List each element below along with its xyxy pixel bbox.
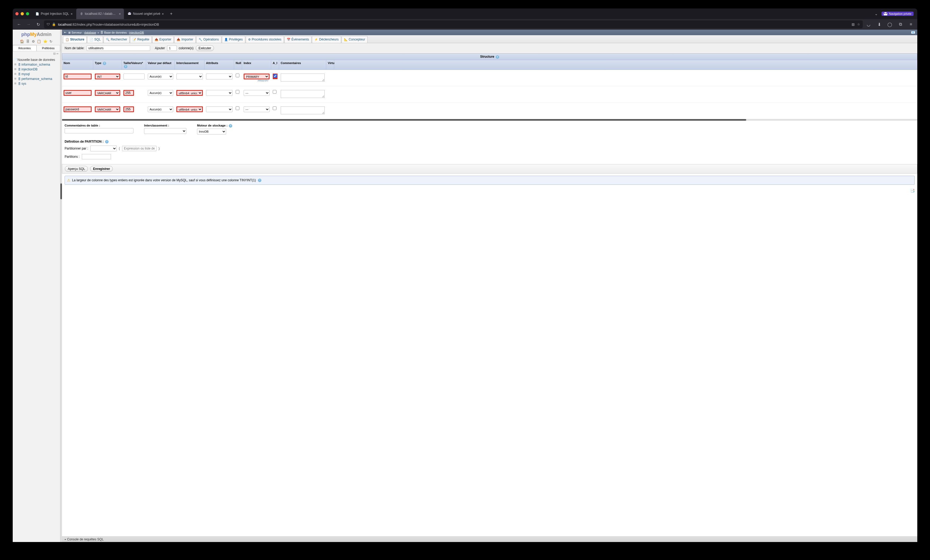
col-null-checkbox[interactable]: [236, 74, 239, 77]
sidetab-favorites[interactable]: Préférées: [37, 45, 60, 51]
warning-message: ⚠ La largeur de colonne des types entier…: [65, 176, 371, 185]
col-index-select[interactable]: ---: [243, 90, 269, 96]
tab-sql[interactable]: 📄SQL: [87, 36, 103, 43]
col-type-select[interactable]: VARCHAR: [95, 90, 120, 96]
header-default: Valeur par défaut: [146, 60, 175, 70]
col-default-select[interactable]: Aucun(e): [148, 74, 173, 80]
storage-label: Moteur de stockage : ?: [197, 124, 232, 127]
collation-label: Interclassement :: [144, 124, 186, 127]
tab-query[interactable]: 📝Requête: [130, 36, 151, 43]
sidebar-quick-icons[interactable]: 🏠 🗄 ⚙ 📋 ⭐ ↻: [13, 38, 60, 45]
close-icon[interactable]: ×: [162, 12, 164, 16]
shield-icon: 🛡: [46, 23, 50, 26]
header-collation: Interclassement: [175, 60, 205, 70]
tab-label: Projet Injection SQL: [41, 12, 69, 15]
col-comments-input[interactable]: [281, 90, 325, 98]
tab-events[interactable]: 📅Évènements: [285, 36, 312, 43]
col-attr-select[interactable]: [206, 74, 232, 80]
db-mysql[interactable]: 🗄mysql: [14, 72, 59, 77]
tab-triggers[interactable]: ⚡Déclencheurs: [312, 36, 341, 43]
col-size-input[interactable]: [123, 74, 145, 80]
save-button[interactable]: Enregistrer: [90, 166, 113, 172]
back-button[interactable]: ←: [15, 21, 23, 28]
horizontal-scrollbar[interactable]: [62, 119, 371, 121]
tab-phpmyadmin[interactable]: 🛢 localhost:82 / database / injecti… ×: [76, 8, 124, 19]
forward-button[interactable]: →: [25, 21, 32, 28]
table-comments-input[interactable]: [65, 128, 134, 133]
database-link[interactable]: injectionDB: [129, 31, 144, 34]
tab-operations[interactable]: 🔧Opérations: [196, 36, 222, 43]
table-name-input[interactable]: [86, 46, 150, 51]
table-name-label: Nom de table:: [65, 46, 85, 50]
col-type-select[interactable]: VARCHAR: [95, 106, 120, 112]
header-null: Null: [234, 60, 242, 70]
execute-button[interactable]: Exécuter: [196, 45, 214, 51]
col-collation-select[interactable]: utf8mb4_unicode_c: [176, 106, 203, 112]
url-text: localhost:82/index.php?route=/database/s…: [58, 23, 159, 26]
index-sublabel: PRIMARY: [243, 80, 269, 82]
db-information-schema[interactable]: 🗄information_schema: [14, 62, 59, 67]
server-link[interactable]: database: [84, 31, 96, 34]
collation-select[interactable]: [144, 128, 186, 134]
col-null-checkbox[interactable]: [236, 106, 239, 110]
col-default-select[interactable]: Aucun(e): [148, 106, 173, 112]
tab-privileges[interactable]: 👤Privilèges: [222, 36, 245, 43]
add-columns-stepper[interactable]: [167, 46, 177, 51]
column-row: VARCHAR Aucun(e) utf8mb4_unicode_c ---: [62, 86, 371, 103]
col-collation-select[interactable]: utf8mb4_unicode_c: [176, 90, 203, 96]
tab-designer[interactable]: 📐Concepteur: [342, 36, 368, 43]
tab-routines[interactable]: ⚙Procédures stockées: [246, 36, 284, 43]
phpmyadmin-logo: phpMyAdmin: [13, 30, 60, 38]
db-injectiondb[interactable]: 🗄injectionDB: [14, 67, 59, 72]
new-tab-button[interactable]: +: [168, 8, 175, 19]
partitions-stepper[interactable]: [82, 154, 111, 159]
tab-private[interactable]: Nouvel onglet privé ×: [125, 8, 167, 19]
col-ai-checkbox[interactable]: [273, 106, 276, 110]
tab-search[interactable]: 🔍Rechercher: [103, 36, 129, 43]
col-collation-select[interactable]: [176, 74, 203, 80]
partition-by-select[interactable]: [90, 146, 117, 151]
reload-button[interactable]: ↻: [34, 21, 42, 28]
header-ai: A_I: [271, 60, 279, 70]
columns-label: colonne(s): [179, 46, 194, 50]
tab-structure[interactable]: 📋Structure: [63, 36, 86, 43]
col-attr-select[interactable]: [206, 106, 232, 112]
col-index-select[interactable]: PRIMARY: [243, 74, 269, 80]
db-performance-schema[interactable]: 🗄performance_schema: [14, 77, 59, 81]
storage-select[interactable]: InnoDB: [197, 129, 226, 135]
col-attr-select[interactable]: [206, 90, 232, 96]
col-default-select[interactable]: Aucun(e): [148, 90, 173, 96]
col-comments-input[interactable]: [281, 106, 325, 114]
col-size-input[interactable]: [123, 90, 134, 96]
header-comments: Commentaires: [279, 60, 326, 70]
help-icon[interactable]: ?: [258, 179, 261, 182]
header-type: Type ?: [93, 60, 122, 70]
col-size-input[interactable]: [123, 106, 134, 112]
warning-icon: ⚠: [67, 178, 71, 183]
window-controls[interactable]: [15, 12, 29, 15]
sidetab-recent[interactable]: Récentes: [13, 45, 37, 51]
tree-toolbar[interactable]: ⊟ ∞: [13, 51, 60, 56]
col-ai-checkbox[interactable]: [273, 74, 277, 78]
col-ai-checkbox[interactable]: [273, 90, 276, 94]
tab-import[interactable]: 📥Importer: [174, 36, 196, 43]
tab-project[interactable]: 📄 Projet Injection SQL ×: [32, 8, 76, 19]
tab-export[interactable]: 📤Exporter: [152, 36, 174, 43]
partition-expr-input[interactable]: [122, 146, 157, 151]
col-comments-input[interactable]: [281, 74, 325, 81]
structure-heading: Structure ?: [62, 54, 371, 60]
col-name-input[interactable]: [63, 90, 92, 96]
col-name-input[interactable]: [63, 106, 92, 112]
partition-by-label: Partitionner par :: [65, 147, 88, 150]
url-bar[interactable]: 🛡 🔒 localhost:82/index.php?route=/databa…: [44, 20, 371, 28]
col-type-select[interactable]: INT: [95, 74, 120, 80]
col-index-select[interactable]: ---: [243, 106, 269, 112]
close-icon[interactable]: ×: [119, 12, 121, 16]
col-null-checkbox[interactable]: [236, 90, 239, 94]
close-icon[interactable]: ×: [71, 12, 73, 16]
preview-sql-button[interactable]: Aperçu SQL: [65, 166, 88, 172]
db-sys[interactable]: 🗄sys: [14, 81, 59, 86]
col-name-input[interactable]: [63, 74, 92, 80]
new-database-link[interactable]: Nouvelle base de données: [14, 57, 59, 62]
nav-toggle-icon[interactable]: ⇤: [64, 31, 66, 34]
